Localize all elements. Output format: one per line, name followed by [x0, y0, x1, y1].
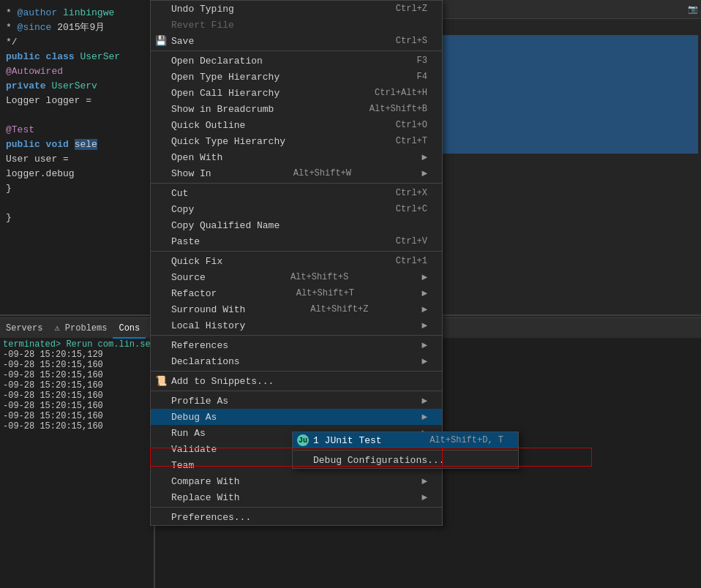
menu-shortcut: Ctrl+X [396, 188, 427, 198]
menu-item-label: Copy [171, 204, 194, 215]
code-line: logger.debug [3, 167, 151, 181]
menu-item-open-with[interactable]: Open With ► [151, 149, 442, 165]
menu-item-quick-type-hierarchy[interactable]: Quick Type Hierarchy Ctrl+T [151, 133, 442, 149]
menu-item-show-in-breadcrumb[interactable]: Show in Breadcrumb Alt+Shift+B [151, 101, 442, 117]
menu-item-label: Debug As [171, 412, 217, 423]
menu-shortcut: Ctrl+S [396, 36, 427, 46]
menu-shortcut: Ctrl+O [396, 120, 427, 130]
menu-shortcut: Ctrl+Alt+H [375, 88, 427, 98]
menu-item-debug-as[interactable]: Debug As ► [151, 409, 442, 425]
submenu-arrow: ► [421, 288, 427, 299]
submenu-arrow: ► [421, 320, 427, 331]
menu-separator [151, 507, 442, 508]
menu-shortcut: Alt+Shift+S [290, 272, 348, 282]
menu-item-source[interactable]: Source Alt+Shift+S ► [151, 269, 442, 285]
submenu-arrow: ► [421, 152, 427, 163]
code-editor[interactable]: * @author linbingwe * @since 2015年9月 */ … [0, 0, 154, 293]
console-line: -09-28 15:20:15,160 [3, 411, 151, 421]
menu-shortcut: Alt+Shift+T [296, 288, 354, 298]
menu-item-label: Run As [171, 428, 206, 439]
menu-item-revert-file[interactable]: Revert File [151, 17, 442, 33]
menu-item-replace-with[interactable]: Replace With ► [151, 489, 442, 505]
menu-shortcut: Ctrl+T [396, 136, 427, 146]
submenu-item-debug-configurations[interactable]: Debug Configurations... [293, 452, 518, 468]
menu-item-label: Compare With [171, 476, 240, 487]
menu-item-references[interactable]: References ► [151, 337, 442, 353]
console-line: -09-28 15:20:15,160 [3, 401, 151, 411]
menu-item-refactor[interactable]: Refactor Alt+Shift+T ► [151, 285, 442, 301]
console-line: -09-28 15:20:15,160 [3, 391, 151, 401]
menu-item-label: Copy Qualified Name [171, 220, 280, 231]
menu-item-save[interactable]: 💾 Save Ctrl+S [151, 33, 442, 49]
menu-item-label: Team [171, 460, 194, 471]
submenu-arrow: ► [421, 304, 427, 315]
junit-icon: Ju [297, 434, 309, 446]
save-icon: 💾 [155, 35, 167, 47]
menu-shortcut: Ctrl+C [396, 204, 427, 214]
menu-item-profile-as[interactable]: Profile As ► [151, 393, 442, 409]
menu-item-label: Save [171, 36, 194, 47]
code-line: @Test [3, 123, 151, 137]
console-line: -09-28 15:20:15,160 [3, 370, 151, 380]
menu-item-undo-typing[interactable]: Undo Typing Ctrl+Z [151, 1, 442, 17]
bottom-tabs-left: Servers ⚠ Problems Cons [0, 317, 154, 338]
debug-as-submenu[interactable]: Ju 1 JUnit Test Alt+Shift+D, T Debug Con… [292, 431, 519, 469]
menu-item-declarations[interactable]: Declarations ► [151, 353, 442, 369]
menu-item-label: Quick Outline [171, 120, 245, 131]
menu-item-cut[interactable]: Cut Ctrl+X [151, 185, 442, 201]
menu-item-open-call-hierarchy[interactable]: Open Call Hierarchy Ctrl+Alt+H [151, 85, 442, 101]
submenu-arrow: ► [421, 340, 427, 351]
code-line: User user = [3, 152, 151, 167]
tab-console[interactable]: Cons [113, 318, 146, 339]
submenu-arrow: ► [421, 272, 427, 283]
menu-item-label: Open With [171, 152, 222, 163]
menu-item-open-declaration[interactable]: Open Declaration F3 [151, 53, 442, 69]
menu-item-label: Open Type Hierarchy [171, 72, 280, 83]
submenu-item-label: Debug Configurations... [313, 455, 444, 466]
menu-item-label: Replace With [171, 492, 240, 503]
menu-item-label: Open Declaration [171, 56, 263, 67]
menu-item-label: Paste [171, 236, 200, 247]
menu-item-compare-with[interactable]: Compare With ► [151, 473, 442, 489]
code-line: Logger logger = [3, 94, 151, 108]
menu-item-copy-qualified-name[interactable]: Copy Qualified Name [151, 217, 442, 233]
tab-problems[interactable]: ⚠ Problems [48, 318, 113, 339]
menu-item-copy[interactable]: Copy Ctrl+C [151, 201, 442, 217]
menu-separator [151, 335, 442, 336]
menu-item-add-to-snippets[interactable]: 📜 Add to Snippets... [151, 373, 442, 389]
menu-item-label: Open Call Hierarchy [171, 88, 280, 99]
console-left: terminated> Rerun com.lin.serv -09-28 15… [0, 338, 154, 588]
menu-item-quick-outline[interactable]: Quick Outline Ctrl+O [151, 117, 442, 133]
menu-item-label: Preferences... [171, 512, 251, 523]
menu-item-show-in[interactable]: Show In Alt+Shift+W ► [151, 165, 442, 181]
menu-item-quick-fix[interactable]: Quick Fix Ctrl+1 [151, 253, 442, 269]
menu-shortcut: Ctrl+Z [396, 4, 427, 14]
code-line [3, 196, 151, 211]
menu-item-local-history[interactable]: Local History ► [151, 317, 442, 333]
tab-servers[interactable]: Servers [0, 318, 48, 339]
submenu-separator [293, 450, 518, 451]
menu-shortcut: Alt+Shift+Z [310, 304, 368, 314]
code-line: public void sele [3, 137, 151, 152]
menu-item-surround-with[interactable]: Surround With Alt+Shift+Z ► [151, 301, 442, 317]
console-line: terminated> Rerun com.lin.serv [3, 339, 151, 350]
menu-item-open-type-hierarchy[interactable]: Open Type Hierarchy F4 [151, 69, 442, 85]
menu-shortcut: Alt+Shift+W [293, 168, 351, 178]
menu-separator [151, 371, 442, 372]
code-line: private UserServ [3, 79, 151, 94]
menu-separator [151, 50, 442, 51]
menu-item-label: Add to Snippets... [171, 376, 274, 387]
menu-item-label: Quick Fix [171, 256, 222, 267]
menu-separator [151, 183, 442, 184]
menu-item-paste[interactable]: Paste Ctrl+V [151, 233, 442, 249]
console-line: -09-28 15:20:15,160 [3, 421, 151, 431]
submenu-item-junit-test[interactable]: Ju 1 JUnit Test Alt+Shift+D, T [293, 432, 518, 448]
menu-item-label: Local History [171, 320, 245, 331]
submenu-arrow: ► [421, 492, 427, 503]
menu-item-preferences[interactable]: Preferences... [151, 509, 442, 525]
code-line: * @since 2015年9月 [3, 20, 151, 35]
menu-item-label: Validate [171, 444, 217, 455]
menu-item-label: References [171, 340, 228, 351]
menu-item-label: Cut [171, 188, 188, 199]
submenu-arrow: ► [421, 412, 427, 423]
